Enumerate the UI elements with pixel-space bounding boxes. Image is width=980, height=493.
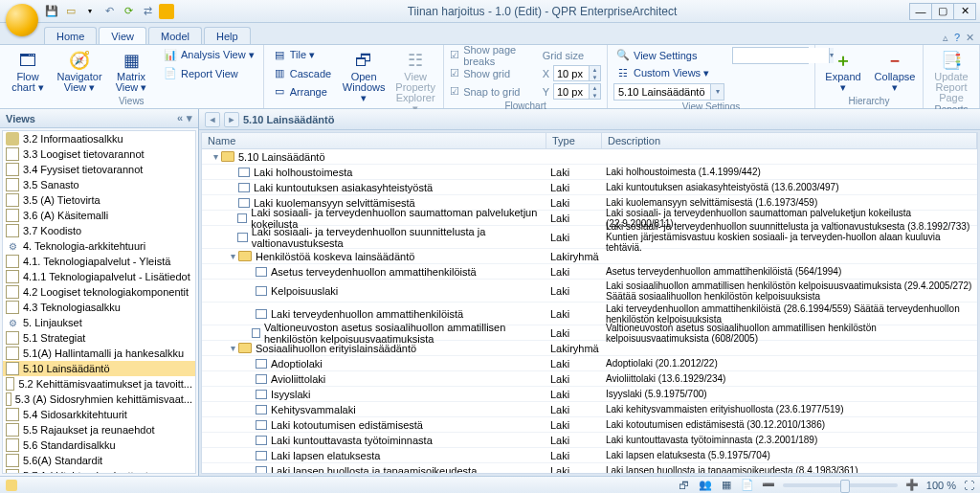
flowchart-button[interactable]: 🗔Flow chart ▾ <box>6 47 50 93</box>
table-row[interactable]: IsyyslakiLakiIsyyslaki (5.9.1975/700) <box>202 387 977 402</box>
tree-row[interactable]: 3.7 Koodisto <box>3 223 195 238</box>
tree-row[interactable]: 3.4 Fyysiset tietovarannot <box>3 162 195 177</box>
grid-y-input[interactable]: ▲▼ <box>553 83 601 100</box>
col-header-name[interactable]: Name <box>202 133 546 148</box>
zoom-slider[interactable] <box>783 483 898 487</box>
table-row[interactable]: AdoptiolakiLakiAdoptiolaki (20.1.2012/22… <box>202 356 977 371</box>
table-row[interactable]: Laki lapsen elatuksestaLakiLaki lapsen e… <box>202 448 977 463</box>
show-page-breaks-checkbox[interactable]: ☑ Show page breaks <box>450 47 535 63</box>
expand-button[interactable]: ＋Expand ▾ <box>821 47 865 93</box>
tab-home[interactable]: Home <box>44 27 97 44</box>
tree-row[interactable]: 5.10 Lainsäädäntö <box>3 361 195 376</box>
tree-row[interactable]: 5.1(A) Hallintamalli ja hankesalkku <box>3 346 195 361</box>
status-icon-2[interactable]: 👥 <box>699 479 712 492</box>
tree-row[interactable]: ⚙5. Linjaukset <box>3 315 195 330</box>
view-settings-button[interactable]: 🔍View Settings <box>613 47 724 63</box>
navigator-view-button[interactable]: 🧭Navigator View ▾ <box>57 47 101 93</box>
tree-row[interactable]: 3.5 (A) Tietovirta <box>3 192 195 208</box>
tree-row[interactable]: 5.4 Sidosarkkitehtuurit <box>3 407 195 422</box>
ribbon-minimize-icon[interactable]: ▵ <box>943 32 948 44</box>
zoom-fit-button[interactable]: ⛶ <box>964 480 974 491</box>
arrange-button[interactable]: ▭Arrange <box>270 83 334 100</box>
tile-button[interactable]: ▤Tile ▾ <box>270 47 334 63</box>
tree-row[interactable]: 5.5 Rajaukset ja reunaehdot <box>3 422 195 437</box>
table-row[interactable]: Laki kuntoutuksen asiakasyhteistyöstäLak… <box>202 180 977 195</box>
maximize-button[interactable]: ▢ <box>931 3 954 20</box>
ribbon-help-icon[interactable]: ? <box>954 32 960 44</box>
tree-row[interactable]: 3.2 Informaatiosalkku <box>3 131 195 146</box>
view-select-combo-2[interactable]: ▾ <box>732 47 809 64</box>
pane-menu-icon[interactable]: ▾ <box>187 112 192 124</box>
expander-icon[interactable]: ▾ <box>227 343 238 353</box>
col-header-type[interactable]: Type <box>546 133 602 148</box>
table-row[interactable]: Laki holhoustoimestaLakiLaki holhoustoim… <box>202 165 977 180</box>
table-row[interactable]: ▾5.10 Lainsäädäntö <box>202 149 977 165</box>
update-report-button[interactable]: 📑Update Report Page <box>929 47 973 103</box>
tree-row[interactable]: 3.5 Sanasto <box>3 177 195 192</box>
tree-row[interactable]: 4.3 Teknologiasalkku <box>3 300 195 315</box>
views-tree[interactable]: 3.2 Informaatiosalkku3.3 Loogiset tietov… <box>2 130 196 474</box>
link-icon[interactable]: ⇄ <box>140 4 155 19</box>
new-icon[interactable]: ▭ <box>63 4 78 19</box>
expander-icon[interactable]: ▾ <box>210 151 221 162</box>
tree-row[interactable]: 5.6(A) Standardit <box>3 453 195 468</box>
refresh-icon[interactable]: ⟳ <box>121 4 136 19</box>
tree-row[interactable]: 4.1. Teknologiapalvelut - Yleistä <box>3 254 195 269</box>
grid-x-input[interactable]: ▲▼ <box>553 65 601 81</box>
status-icon-3[interactable]: ▦ <box>720 479 733 492</box>
col-header-desc[interactable]: Description <box>602 133 977 148</box>
table-row[interactable]: Laki lapsen huollosta ja tapaamisoikeude… <box>202 463 977 474</box>
cascade-button[interactable]: ▥Cascade <box>270 65 334 81</box>
tree-row[interactable]: 5.6 Standardisalkku <box>3 437 195 453</box>
zoom-in-button[interactable]: ➕ <box>905 479 919 491</box>
tree-row[interactable]: 4.2 Loogiset teknologiakomponentit <box>3 284 195 300</box>
tree-row[interactable]: ⚙4. Teknologia-arkkitehtuuri <box>3 238 195 254</box>
table-row[interactable]: AvioliittolakiLakiAvioliittolaki (13.6.1… <box>202 371 977 387</box>
tab-model[interactable]: Model <box>148 27 202 44</box>
tree-row[interactable]: 5.7 Arkkitehtuuriperiaatteet <box>3 468 195 474</box>
status-icon-1[interactable]: 🗗 <box>678 479 691 492</box>
doc-icon <box>6 423 19 437</box>
report-view-button[interactable]: 📄Report View <box>161 65 257 81</box>
tree-row[interactable]: 3.6 (A) Käsitemalli <box>3 208 195 223</box>
table-row[interactable]: Asetus terveydenhuollon ammattihenkilöis… <box>202 264 977 280</box>
show-grid-checkbox[interactable]: ☑ Show grid <box>450 65 535 81</box>
table-row[interactable]: Laki kotoutumisen edistämisestäLakiLaki … <box>202 417 977 433</box>
pane-chevron-icon[interactable]: « <box>177 112 183 124</box>
nav-back-button[interactable]: ◄ <box>205 112 220 127</box>
tab-help[interactable]: Help <box>204 27 251 44</box>
open-windows-button[interactable]: 🗗Open Windows ▾ <box>342 47 386 103</box>
row-type: Laki <box>546 182 602 193</box>
qat-dropdown-icon[interactable]: ▾ <box>82 4 98 19</box>
collapse-button[interactable]: －Collapse ▾ <box>873 47 917 93</box>
view-select-combo[interactable]: ▾ <box>613 83 724 101</box>
status-icon-4[interactable]: 📄 <box>741 479 754 492</box>
save-icon[interactable]: 💾 <box>44 4 59 19</box>
tree-row[interactable]: 5.1 Strategiat <box>3 330 195 346</box>
ribbon-close-icon[interactable]: ✕ <box>966 32 974 44</box>
data-grid[interactable]: Name Type Description ▾5.10 Lainsäädäntö… <box>201 132 978 474</box>
zoom-out-button[interactable]: ➖ <box>762 479 775 491</box>
tree-row[interactable]: 5.3 (A) Sidosryhmien kehittämisvaat... <box>3 392 195 407</box>
minimize-button[interactable]: — <box>909 3 932 20</box>
book-icon[interactable] <box>159 4 174 19</box>
close-button[interactable]: ✕ <box>953 3 976 20</box>
custom-views-button[interactable]: ☷Custom Views ▾ <box>613 65 724 81</box>
table-row[interactable]: KelpoisuuslakiLakiLaki sosiaalihuollon a… <box>202 280 977 303</box>
snap-to-grid-checkbox[interactable]: ☑ Snap to grid <box>450 83 535 100</box>
tree-row[interactable]: 3.3 Loogiset tietovarannot <box>3 146 195 162</box>
table-row[interactable]: Laki sosiaali- ja terveydenhuollon suunn… <box>202 226 977 249</box>
matrix-view-button[interactable]: ▦Matrix View ▾ <box>109 47 153 93</box>
table-row[interactable]: Valtioneuvoston asetus sosiaalihuollon a… <box>202 325 977 341</box>
tree-row[interactable]: 5.2 Kehittämisvaatimukset ja tavoitt... <box>3 376 195 392</box>
expander-icon[interactable]: ▾ <box>227 251 238 261</box>
tab-view[interactable]: View <box>99 27 146 44</box>
table-row[interactable]: Laki kuntouttavasta työtoiminnastaLakiLa… <box>202 433 977 448</box>
nav-fwd-button[interactable]: ► <box>224 112 239 127</box>
view-property-explorer-button[interactable]: ☷View Property Explorer ▾ <box>393 47 437 114</box>
undo-icon[interactable]: ↶ <box>101 4 117 19</box>
analysis-view-button[interactable]: 📊Analysis View ▾ <box>161 47 257 63</box>
app-orb-button[interactable] <box>6 4 38 36</box>
table-row[interactable]: KehitysvammalakiLakiLaki kehitysvammaist… <box>202 402 977 417</box>
tree-row[interactable]: 4.1.1 Teknologiapalvelut - Lisätiedot <box>3 269 195 284</box>
